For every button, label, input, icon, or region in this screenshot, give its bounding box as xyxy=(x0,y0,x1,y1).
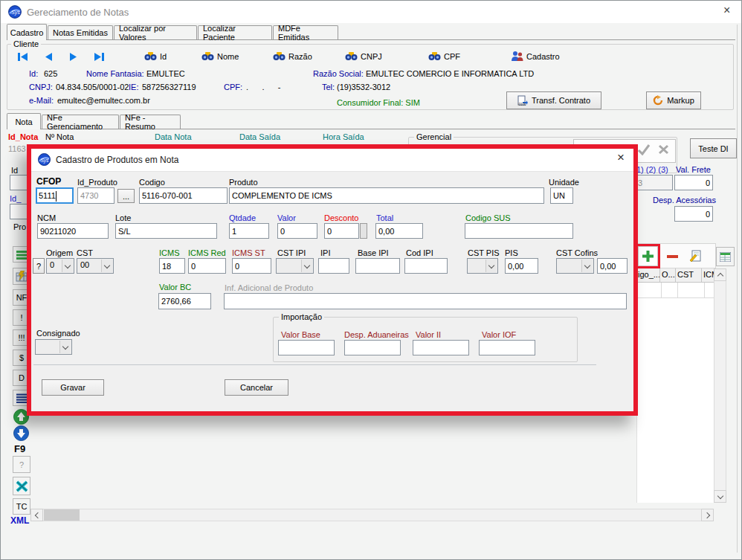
desconto-label: Desconto xyxy=(324,213,358,223)
icms-st-field[interactable] xyxy=(232,258,271,274)
grid-view-button[interactable] xyxy=(716,247,735,266)
lote-field[interactable] xyxy=(115,223,217,239)
consignado-select[interactable] xyxy=(35,339,72,355)
binoculars-icon xyxy=(201,51,214,61)
cancelar-button[interactable]: Cancelar xyxy=(225,379,288,396)
minus-icon xyxy=(667,254,678,259)
col-data-saida: Data Saída xyxy=(239,132,280,142)
nav-first-button[interactable] xyxy=(17,52,29,62)
valor-iof-label: Valor IOF xyxy=(482,330,516,340)
valor-iof-field[interactable] xyxy=(479,340,535,355)
origem-select[interactable]: 0 xyxy=(46,258,74,274)
unidade-field[interactable] xyxy=(550,187,573,204)
left-pro-label: Pro xyxy=(13,222,26,232)
nav-last-button[interactable] xyxy=(93,52,105,62)
tab-cadastro[interactable]: Cadastro xyxy=(7,24,47,40)
edit-row-button[interactable] xyxy=(685,246,706,266)
grid-col-cst[interactable]: CST xyxy=(676,268,702,283)
gravar-button[interactable]: Gravar xyxy=(42,379,104,396)
ipi-field[interactable] xyxy=(318,258,349,274)
icms-field[interactable] xyxy=(159,258,185,274)
produto-field[interactable] xyxy=(229,187,544,204)
grid-col-codigo[interactable]: igo_... xyxy=(636,268,660,283)
scroll-left-button[interactable] xyxy=(30,509,43,521)
cst-cofins-select[interactable] xyxy=(556,258,594,274)
desconto-field[interactable] xyxy=(324,223,359,239)
chevron-right-icon xyxy=(703,512,709,518)
total-field[interactable] xyxy=(375,223,423,239)
cofins-field[interactable] xyxy=(597,258,628,274)
export-button[interactable] xyxy=(13,477,30,495)
digits-field[interactable] xyxy=(635,175,673,190)
valor-field[interactable] xyxy=(277,223,317,239)
codigo-label: Codigo xyxy=(139,178,165,187)
tab-mdfe-emitidas[interactable]: MDFe Emitidas xyxy=(273,25,338,39)
valor-base-field[interactable] xyxy=(278,340,335,355)
email-value: emultec@emultec.com.br xyxy=(57,96,150,106)
search-id-button[interactable]: Id xyxy=(160,52,167,62)
tab-nfe-gerenciamento[interactable]: NFe Gerenciamento xyxy=(42,115,119,129)
nav-prev-button[interactable] xyxy=(44,52,53,62)
help-button[interactable]: ? xyxy=(13,456,30,473)
tab-nfe-resumo[interactable]: NFe - Resumo xyxy=(120,115,181,129)
xml-label: XML xyxy=(10,516,29,526)
bottom-hscrollbar[interactable] xyxy=(30,509,714,521)
cst-ipi-select[interactable] xyxy=(276,258,314,274)
val-frete-field[interactable] xyxy=(674,175,713,190)
circle-down-button[interactable] xyxy=(13,425,29,441)
scroll-right-button[interactable] xyxy=(701,509,714,521)
cancel-x-icon[interactable] xyxy=(658,144,669,155)
teste-di-button[interactable]: Teste DI xyxy=(690,138,737,158)
tab-localizar-paciente[interactable]: Localizar Paciente xyxy=(198,25,272,39)
dialog-titlebar: Sys Cadastro de Produtos em Nota × xyxy=(31,149,633,172)
produto-label: Produto xyxy=(229,178,258,187)
grid-col-icm[interactable]: ICM xyxy=(702,268,714,283)
tab-localizar-valores[interactable]: Localizar por Valores xyxy=(114,25,197,39)
search-cpf-button[interactable]: CPF xyxy=(444,52,460,62)
desp-aduaneiras-field[interactable] xyxy=(344,340,401,355)
grid-header-row: igo_... O... CST ICM xyxy=(636,268,714,283)
chevron-down-icon xyxy=(62,260,73,272)
window-close-button[interactable]: × xyxy=(723,5,730,15)
hscroll-thumb[interactable] xyxy=(44,509,80,521)
tab-notas-emitidas[interactable]: Notas Emitidas xyxy=(48,25,113,39)
codigo-field[interactable] xyxy=(139,187,228,204)
idproduto-field[interactable] xyxy=(77,187,114,204)
grid-scroll-down-button[interactable] xyxy=(714,490,726,503)
valor-bc-field[interactable] xyxy=(158,293,211,309)
tc-button[interactable]: TC xyxy=(13,498,30,515)
browse-produto-button[interactable]: ... xyxy=(117,189,135,203)
cadastro-button[interactable]: Cadastro xyxy=(526,52,560,62)
grid-vscrollbar[interactable] xyxy=(714,268,726,503)
icms-red-field[interactable] xyxy=(188,258,226,274)
origem-help-button[interactable]: ? xyxy=(33,258,45,274)
delete-row-button[interactable] xyxy=(662,246,683,266)
cfop-field[interactable] xyxy=(36,187,74,204)
search-nome-button[interactable]: Nome xyxy=(217,52,239,62)
codigo-sus-field[interactable] xyxy=(465,223,573,239)
tab-nota[interactable]: Nota xyxy=(7,113,41,129)
search-razao-button[interactable]: Razão xyxy=(288,52,312,62)
cst-pis-select[interactable] xyxy=(467,258,498,274)
nav-next-button[interactable] xyxy=(69,52,78,62)
grid-scroll-up-button[interactable] xyxy=(714,268,726,281)
base-ipi-field[interactable] xyxy=(355,258,400,274)
transf-contrato-button[interactable]: 0101 Transf. Contrato xyxy=(506,91,601,109)
dialog-close-button[interactable]: × xyxy=(617,152,625,162)
cod-ipi-field[interactable] xyxy=(404,258,448,274)
confirm-check-icon[interactable] xyxy=(637,144,651,155)
qtdade-field[interactable] xyxy=(229,223,269,239)
inf-adicional-field[interactable] xyxy=(224,293,627,309)
pis-field[interactable] xyxy=(505,258,538,274)
grid-col-o[interactable]: O... xyxy=(660,268,676,283)
chevron-down-icon xyxy=(101,260,112,272)
window-title: Gereciamento de Notas xyxy=(27,7,129,17)
grid-body[interactable] xyxy=(636,283,714,503)
ipi-label: IPI xyxy=(320,248,330,258)
cst-select[interactable]: 00 xyxy=(77,258,114,274)
search-cnpj-button[interactable]: CNPJ xyxy=(361,52,382,62)
valor-ii-field[interactable] xyxy=(413,340,469,355)
ncm-field[interactable] xyxy=(37,223,109,239)
desp-acessorias-field[interactable] xyxy=(674,206,713,222)
markup-button[interactable]: Markup xyxy=(646,91,701,109)
